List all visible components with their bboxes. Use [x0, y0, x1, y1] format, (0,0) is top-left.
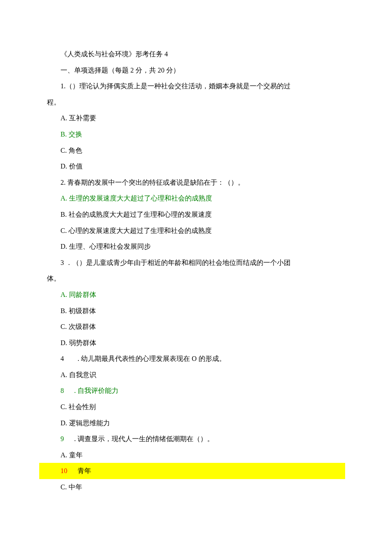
q4-stem: 4 . 幼儿期最具代表性的心理发展表现在 O 的形成。: [47, 351, 345, 367]
q1-option-a: A. 互补需要: [47, 110, 345, 126]
q2-option-a: A. 生理的发展速度大大超过了心理和社会的成熟度: [47, 190, 345, 206]
q3-stem: 3 ．（）是儿童或青少年由于相近的年龄和相同的社会地位而结成的一个小团: [47, 255, 345, 271]
q4-option-d: D. 逻辑思维能力: [47, 415, 345, 431]
q5-stem: 9. 调查显示，现代人一生的情绪低潮期在（）。: [47, 431, 345, 447]
q4-b-text: . 自我评价能力: [74, 387, 118, 394]
q1-stem: 1.（）理论认为择偶实质上是一种社会交往活动，婚姻本身就是一个交易的过: [47, 78, 345, 94]
q3-option-b: B. 初级群体: [47, 303, 345, 319]
q2-option-c: C. 心理的发展速度大大超过了生理和社会的成熟度: [47, 223, 345, 239]
q2-option-d: D. 生理、心理和社会发展同步: [47, 238, 345, 255]
q5-b-num: 10: [61, 467, 67, 474]
doc-title: 《人类成长与社会环境》形考任务 4: [47, 46, 345, 62]
q5-option-b: 10青年: [39, 463, 345, 479]
q2-stem: 2. 青春期的发展中一个突出的特征或者说是缺陷在于：（）。: [47, 174, 345, 191]
q4-b-num: 8: [61, 387, 64, 394]
q3-stem-cont: 体。: [47, 270, 345, 287]
q5-text: . 调查显示，现代人一生的情绪低潮期在（）。: [74, 435, 214, 442]
q4-option-b: 8. 自我评价能力: [47, 383, 345, 399]
q1-option-c: C. 角色: [47, 142, 345, 159]
q3-option-c: C. 次级群体: [47, 319, 345, 335]
q1-option-d: D. 价值: [47, 158, 345, 174]
q1-stem-cont: 程。: [47, 94, 345, 110]
q4-option-c: C. 社会性别: [47, 399, 345, 415]
q5-option-c: C. 中年: [47, 479, 345, 495]
q5-b-text: 青年: [78, 467, 91, 474]
q4-option-a: A. 自我意识: [47, 367, 345, 383]
q5-num: 9: [61, 435, 64, 442]
section-header: 一、单项选择题（每题 2 分，共 20 分）: [47, 62, 345, 78]
q5-option-a: A. 童年: [47, 447, 345, 463]
document-page: 《人类成长与社会环境》形考任务 4 一、单项选择题（每题 2 分，共 20 分）…: [0, 0, 392, 521]
q3-option-d: D. 弱势群体: [47, 335, 345, 351]
q1-option-b: B. 交换: [47, 126, 345, 142]
q3-option-a: A. 同龄群体: [47, 287, 345, 303]
q2-option-b: B. 社会的成熟度大大超过了生理和心理的发展速度: [47, 206, 345, 223]
